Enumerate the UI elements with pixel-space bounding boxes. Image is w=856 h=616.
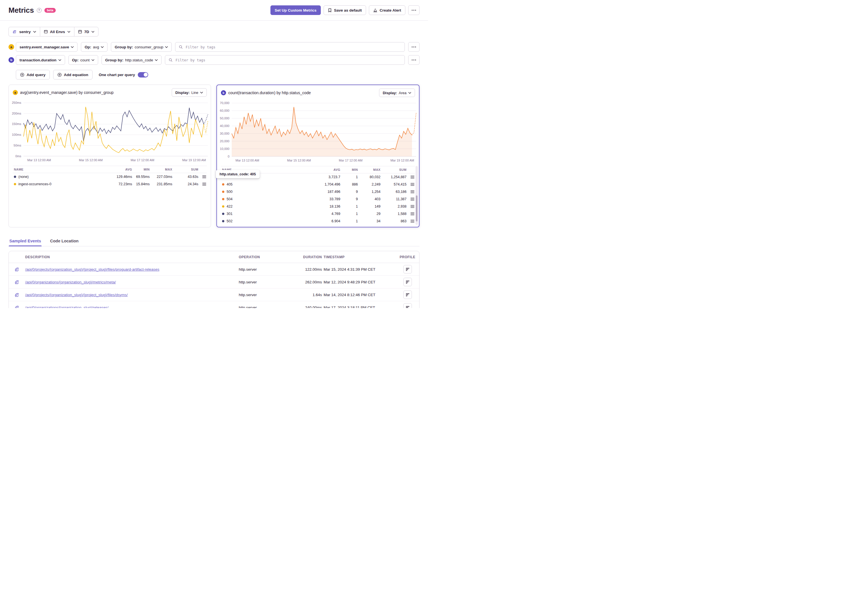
- svg-text:10,000: 10,000: [220, 147, 229, 151]
- summary-column-header: AVG: [311, 168, 340, 171]
- min-value: 1: [340, 219, 358, 223]
- tag-filter-input-a[interactable]: [185, 45, 401, 49]
- row-options-icon[interactable]: [198, 182, 207, 186]
- display-value: Area: [399, 91, 406, 95]
- timestamp-cell: Mar 14, 2024 8:12:46 PM CET: [323, 293, 396, 297]
- scrollbar-thumb[interactable]: [416, 196, 417, 222]
- chevron-down-icon: [71, 46, 74, 48]
- min-value: 1: [340, 205, 358, 208]
- tag-filter-a: [175, 42, 405, 52]
- event-description-link[interactable]: /api/0/projects/{organization_slug}/{pro…: [25, 293, 128, 297]
- create-alert-button[interactable]: Create Alert: [369, 5, 405, 15]
- query-more-button-b[interactable]: [408, 55, 420, 65]
- summary-row: 5026.904134863: [221, 217, 415, 225]
- save-as-default-label: Save as default: [334, 8, 362, 12]
- row-options-icon[interactable]: [406, 190, 415, 194]
- sentry-project-icon: [14, 305, 20, 308]
- ellipsis-icon: [412, 59, 416, 60]
- query-toolbar: Add query Add equation One chart per que…: [16, 70, 420, 80]
- page-filter-bar: sentry All Envs 7D: [8, 27, 99, 37]
- environment-filter[interactable]: All Envs: [40, 27, 74, 36]
- op-select-a[interactable]: Op: avg: [81, 42, 108, 52]
- metric-select-a[interactable]: sentry.event_manager.save: [16, 42, 77, 52]
- timestamp-cell: Mar 15, 2024 4:31:39 PM CET: [323, 267, 396, 271]
- display-select-b[interactable]: Display: Area: [379, 89, 415, 97]
- project-filter[interactable]: sentry: [9, 27, 40, 36]
- svg-text:40,000: 40,000: [220, 124, 229, 128]
- duration-cell: 122.00ms: [285, 267, 323, 271]
- row-options-icon[interactable]: [198, 175, 207, 179]
- save-as-default-button[interactable]: Save as default: [323, 5, 366, 15]
- table-scrollbar[interactable]: [416, 166, 418, 225]
- summary-row: ingest-occurrences-072.23ms15.84ms231.85…: [13, 180, 207, 188]
- groupby-select-b[interactable]: Group by: http.status_code: [102, 55, 162, 65]
- tab-sampled-events[interactable]: Sampled Events: [9, 239, 42, 246]
- tab-code-location[interactable]: Code Location: [49, 239, 79, 246]
- chevron-down-icon: [165, 46, 168, 48]
- row-options-icon[interactable]: [406, 176, 415, 179]
- sum-value: 43.63s: [172, 175, 198, 179]
- op-select-b[interactable]: Op: count: [68, 55, 98, 65]
- groupby-select-a[interactable]: Group by: consumer_group: [111, 42, 172, 52]
- chart-panel-b[interactable]: b count(transaction.duration) by http.st…: [216, 85, 420, 227]
- events-column-header: DURATION: [285, 255, 323, 259]
- tab-bar: Sampled Events Code Location: [8, 239, 420, 246]
- metric-select-b[interactable]: transaction.duration: [16, 55, 65, 65]
- line-chart[interactable]: 0ms50ms100ms150ms200ms250msMar 13 12:00 …: [9, 99, 211, 163]
- chart-tooltip: http.status_code: 405: [216, 170, 260, 179]
- min-value: 1: [340, 175, 358, 179]
- event-description-link[interactable]: /api/0/organizations/{organization_slug}…: [25, 280, 116, 284]
- add-equation-button[interactable]: Add equation: [53, 70, 92, 80]
- row-options-icon[interactable]: [406, 219, 415, 223]
- display-value: Line: [191, 91, 198, 95]
- header-more-button[interactable]: [408, 5, 420, 15]
- svg-text:Mar 17 12:00 AM: Mar 17 12:00 AM: [131, 159, 154, 162]
- summary-row: 4051,704.4968862,249574,415: [221, 181, 415, 188]
- event-description-link[interactable]: /api/0/organizations/{organization_slug}…: [25, 305, 108, 308]
- one-chart-per-query-toggle[interactable]: [138, 72, 148, 77]
- plus-icon: [57, 73, 62, 77]
- series-name: 504: [226, 197, 232, 201]
- max-value: 80,032: [358, 175, 380, 179]
- row-options-icon[interactable]: [406, 205, 415, 208]
- duration-cell: 262.00ms: [285, 280, 323, 284]
- avg-value: 129.46ms: [102, 175, 132, 179]
- min-value: 15.84ms: [132, 182, 149, 186]
- summary-table-a: NAMEAVGMINMAXSUM(none)129.46ms69.55ms227…: [13, 166, 207, 188]
- sum-value: 1,254,887: [380, 175, 406, 179]
- summary-table-b: http.status_code: 405 NAMEAVGMINMAXSUM3,…: [221, 166, 415, 225]
- duration-cell: 1.64s: [285, 293, 323, 297]
- event-description-link[interactable]: /api/0/projects/{organization_slug}/{pro…: [25, 267, 159, 271]
- profile-button[interactable]: [403, 291, 412, 299]
- help-icon[interactable]: ?: [37, 8, 42, 13]
- profile-button[interactable]: [403, 303, 412, 308]
- series-name: 405: [226, 182, 232, 186]
- svg-text:Mar 15 12:00 AM: Mar 15 12:00 AM: [287, 159, 311, 162]
- chart-panel-a-header: a avg(sentry.event_manager.save) by cons…: [9, 85, 211, 99]
- query-symbol-b: b: [221, 90, 226, 95]
- profile-button[interactable]: [403, 278, 412, 286]
- query-more-button-a[interactable]: [408, 42, 420, 52]
- avg-value: 72.23ms: [102, 182, 132, 186]
- date-range-filter[interactable]: 7D: [74, 27, 98, 36]
- add-query-button[interactable]: Add query: [16, 70, 50, 80]
- row-options-icon[interactable]: [406, 197, 415, 201]
- setup-custom-metrics-button[interactable]: Set Up Custom Metrics: [271, 5, 321, 15]
- svg-text:70,000: 70,000: [220, 101, 229, 105]
- tag-filter-input-b[interactable]: [175, 58, 401, 63]
- environment-filter-label: All Envs: [50, 30, 65, 34]
- row-options-icon[interactable]: [406, 183, 415, 186]
- svg-text:Mar 13 12:00 AM: Mar 13 12:00 AM: [236, 159, 259, 162]
- svg-text:30,000: 30,000: [220, 132, 229, 135]
- chart-panel-a[interactable]: a avg(sentry.event_manager.save) by cons…: [8, 85, 211, 227]
- display-select-a[interactable]: Display: Line: [172, 88, 207, 97]
- profile-button[interactable]: [403, 265, 412, 274]
- area-chart[interactable]: 010,00020,00030,00040,00050,00060,00070,…: [217, 99, 419, 164]
- operation-cell: http.server: [239, 305, 285, 308]
- display-label: Display:: [176, 91, 190, 95]
- series-name: 422: [226, 205, 232, 208]
- row-options-icon[interactable]: [406, 212, 415, 216]
- date-range-label: 7D: [84, 30, 89, 34]
- chevron-down-icon: [101, 46, 104, 48]
- sum-value: 11,387: [380, 197, 406, 201]
